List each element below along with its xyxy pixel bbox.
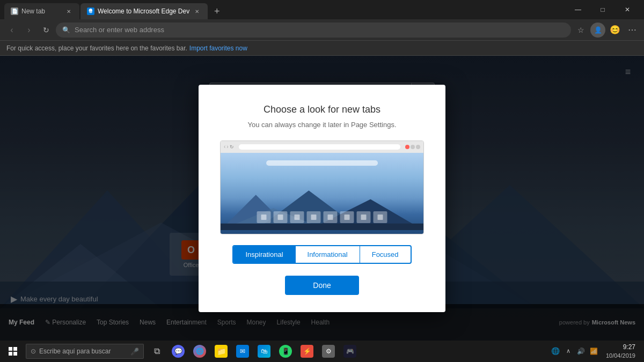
tab-welcome[interactable]: Welcome to Microsoft Edge Dev ✕ xyxy=(80,3,208,19)
taskbar-apps-row: ⧉ 💬 🌐 📁 ✉ 🛍 📱 ⚡ ⚙ 🎮 xyxy=(146,341,361,362)
tab-new-tab[interactable]: 📄 New tab ✕ xyxy=(4,3,79,19)
done-button[interactable]: Done xyxy=(285,276,358,295)
task-view-icon: ⧉ xyxy=(154,346,160,356)
emoji-button[interactable]: 😊 xyxy=(608,23,623,38)
preview-action-dots xyxy=(405,145,420,149)
user-profile-button[interactable]: 👤 xyxy=(590,23,605,38)
taskbar-app-mail[interactable]: ✉ xyxy=(232,341,253,362)
preview-mountains-svg xyxy=(221,181,423,234)
app3-icon: 🎮 xyxy=(343,345,356,358)
preview-browser-bar: ‹ › ↻ xyxy=(221,141,423,153)
svg-rect-16 xyxy=(9,352,12,356)
tab-favicon-page: 📄 xyxy=(11,8,18,15)
taskbar-systray: 🌐 ∧ 🔊 📶 9:27 10/04/2019 xyxy=(546,343,644,359)
modal-title: Choose a look for new tabs xyxy=(264,104,380,115)
modal-dialog: Choose a look for new tabs You can alway… xyxy=(199,85,445,312)
avatar-icon: 👤 xyxy=(594,26,602,34)
app2-icon: ⚡ xyxy=(301,345,313,358)
refresh-button[interactable]: ↻ xyxy=(39,23,54,38)
svg-rect-14 xyxy=(9,347,12,351)
tab-option-focused[interactable]: Focused xyxy=(360,246,411,263)
preview-content xyxy=(221,153,423,234)
favorites-star-button[interactable]: ☆ xyxy=(573,23,588,38)
maximize-button[interactable]: □ xyxy=(590,0,615,19)
tab-option-informational[interactable]: Informational xyxy=(295,246,360,263)
modal-subtitle: You can always change it later in Page S… xyxy=(247,121,396,129)
chevron-up-icon[interactable]: ∧ xyxy=(563,346,574,357)
store-app-icon: 🛍 xyxy=(258,345,270,358)
tab-close-new[interactable]: ✕ xyxy=(64,7,73,16)
windows-logo-icon xyxy=(9,347,17,356)
settings-button[interactable]: ⋯ xyxy=(625,23,640,38)
tab-option-inspirational[interactable]: Inspirational xyxy=(233,246,295,263)
network-icon[interactable]: 🌐 xyxy=(550,346,561,357)
settings-app-icon: ⚙ xyxy=(322,345,335,358)
address-text: Search or enter web address xyxy=(75,26,164,34)
svg-rect-13 xyxy=(221,223,423,230)
preview-quick-links xyxy=(257,211,387,223)
favorites-bar: For quick access, place your favorites h… xyxy=(0,41,644,56)
tab-close-welcome[interactable]: ✕ xyxy=(193,7,201,16)
close-button[interactable]: ✕ xyxy=(615,0,640,19)
taskbar-app-discord[interactable]: 💬 xyxy=(167,341,189,362)
search-icon: 🔍 xyxy=(62,26,70,34)
taskbar-mic-icon[interactable]: 🎤 xyxy=(130,348,139,356)
taskbar-app-task-view[interactable]: ⧉ xyxy=(146,341,167,362)
clock-date: 10/04/2019 xyxy=(606,352,635,359)
address-input-container[interactable]: 🔍 Search or enter web address xyxy=(56,23,571,38)
clock-time: 9:27 xyxy=(606,343,635,352)
back-button[interactable]: ‹ xyxy=(4,23,19,38)
svg-rect-17 xyxy=(13,352,17,356)
taskbar-clock[interactable]: 9:27 10/04/2019 xyxy=(602,343,640,359)
taskbar-app-chrome[interactable]: 🌐 xyxy=(189,341,210,362)
taskbar-app-whatsapp[interactable]: 📱 xyxy=(275,341,296,362)
tab-bar: 📄 New tab ✕ Welcome to Microsoft Edge De… xyxy=(0,0,644,19)
taskbar-app-app3[interactable]: 🎮 xyxy=(339,341,361,362)
preview-search-bar xyxy=(266,160,378,166)
discord-app-icon: 💬 xyxy=(172,345,185,358)
chrome-app-icon: 🌐 xyxy=(193,345,206,358)
tab-label-new: New tab xyxy=(21,8,61,15)
address-bar-row: ‹ › ↻ 🔍 Search or enter web address ☆ 👤 … xyxy=(0,19,644,41)
taskbar-search-box[interactable]: ⊙ Escribe aquí para buscar 🎤 xyxy=(26,344,144,359)
taskbar-app-settings[interactable]: ⚙ xyxy=(318,341,339,362)
import-favorites-link[interactable]: Import favorites now xyxy=(189,45,247,52)
volume-icon[interactable]: 🔊 xyxy=(576,346,587,357)
files-app-icon: 📁 xyxy=(215,345,228,358)
taskbar-app-app2[interactable]: ⚡ xyxy=(296,341,318,362)
mail-app-icon: ✉ xyxy=(236,345,249,358)
browser-chrome: 📄 New tab ✕ Welcome to Microsoft Edge De… xyxy=(0,0,644,56)
preview-address-bar xyxy=(239,144,400,150)
taskbar-app-store[interactable]: 🛍 xyxy=(253,341,275,362)
taskbar: ⊙ Escribe aquí para buscar 🎤 ⧉ 💬 🌐 📁 ✉ 🛍… xyxy=(0,341,644,362)
taskbar-app-files[interactable]: 📁 xyxy=(210,341,232,362)
modal-preview: ‹ › ↻ xyxy=(220,141,424,234)
start-button[interactable] xyxy=(0,341,26,362)
forward-button[interactable]: › xyxy=(21,23,36,38)
tab-options: Inspirational Informational Focused xyxy=(232,245,411,264)
tab-label-welcome: Welcome to Microsoft Edge Dev xyxy=(98,8,189,15)
minimize-button[interactable]: — xyxy=(566,0,590,19)
new-tab-button[interactable]: + xyxy=(209,3,225,19)
modal-overlay: Choose a look for new tabs You can alway… xyxy=(0,56,644,341)
window-controls: — □ ✕ xyxy=(566,0,640,19)
svg-rect-15 xyxy=(13,347,17,351)
preview-nav-area: ‹ › ↻ xyxy=(224,144,234,150)
wifi-icon[interactable]: 📶 xyxy=(589,346,599,357)
taskbar-search-icon: ⊙ xyxy=(31,348,36,355)
favorites-message: For quick access, place your favorites h… xyxy=(6,45,187,52)
tab-favicon-edge xyxy=(87,8,94,15)
whatsapp-app-icon: 📱 xyxy=(279,345,292,358)
taskbar-search-text: Escribe aquí para buscar xyxy=(39,348,127,355)
